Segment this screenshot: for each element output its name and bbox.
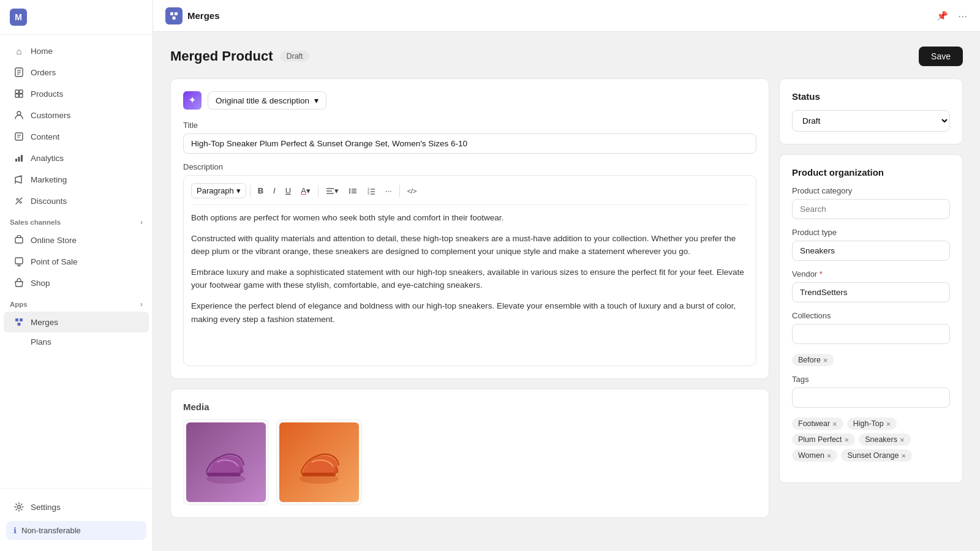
- sidebar-item-marketing[interactable]: Marketing: [4, 169, 149, 190]
- paragraph-label: Paragraph: [197, 186, 234, 195]
- shop-icon: [13, 277, 24, 288]
- side-column: Status Draft Active Product organization…: [779, 78, 963, 483]
- sidebar-item-orders[interactable]: Orders: [4, 62, 149, 83]
- vendor-input[interactable]: [792, 282, 950, 302]
- discounts-icon: [13, 195, 24, 206]
- app-logo-icon: [165, 7, 183, 24]
- align-button[interactable]: ▾: [322, 184, 342, 198]
- sidebar-item-merges[interactable]: Merges: [4, 312, 149, 332]
- product-org-title: Product organization: [792, 167, 950, 178]
- media-grid: [183, 419, 756, 505]
- sidebar: M ⌂ Home Orders Products Customers: [0, 0, 153, 551]
- svg-point-25: [18, 506, 21, 509]
- product-category-field: Product category: [792, 186, 950, 219]
- page-title: Merged Product: [170, 48, 273, 64]
- sidebar-item-pos[interactable]: Point of Sale: [4, 251, 149, 272]
- collections-tags: Before ×: [792, 349, 950, 366]
- sidebar-item-analytics[interactable]: Analytics: [4, 148, 149, 168]
- underline-button[interactable]: U: [282, 184, 295, 198]
- pin-icon[interactable]: 📌: [937, 10, 948, 21]
- ai-selector: Original title & description ▾: [183, 91, 756, 110]
- home-icon: ⌂: [13, 45, 24, 56]
- description-label: Description: [183, 162, 756, 171]
- tags-input[interactable]: [792, 388, 950, 408]
- product-category-input[interactable]: [792, 199, 950, 219]
- svg-rect-13: [18, 157, 20, 162]
- svg-rect-47: [302, 473, 336, 476]
- sidebar-item-online-store[interactable]: Online Store: [4, 230, 149, 250]
- tag-sneakers-remove-icon[interactable]: ×: [900, 436, 905, 444]
- sidebar-item-settings[interactable]: Settings: [4, 497, 149, 517]
- orders-icon: [13, 67, 24, 78]
- ordered-list-button[interactable]: 1.2.3.: [363, 184, 379, 198]
- sidebar-item-products[interactable]: Products: [4, 83, 149, 104]
- ai-dropdown[interactable]: Original title & description ▾: [208, 91, 326, 110]
- sidebar-item-home[interactable]: ⌂ Home: [4, 40, 149, 61]
- sidebar-item-discounts[interactable]: Discounts: [4, 190, 149, 211]
- text-color-chevron-icon: ▾: [306, 186, 311, 195]
- apps-expand-icon[interactable]: ›: [140, 300, 143, 309]
- collections-input[interactable]: [792, 324, 950, 344]
- toolbar-divider-1: [250, 185, 251, 197]
- vendor-label: Vendor *: [792, 269, 950, 279]
- product-type-input[interactable]: [792, 241, 950, 261]
- vendor-required-marker: *: [820, 269, 823, 279]
- media-label: Media: [183, 402, 756, 412]
- more-options-button[interactable]: ···: [382, 184, 396, 198]
- svg-rect-26: [170, 12, 173, 15]
- shoe-purple-image: [186, 422, 266, 502]
- product-details-card: Original title & description ▾ Title Des…: [170, 78, 769, 379]
- tag-footwear-remove-icon[interactable]: ×: [832, 420, 837, 428]
- text-color-button[interactable]: A ▾: [297, 184, 314, 198]
- code-button[interactable]: </>: [404, 185, 421, 197]
- bold-button[interactable]: B: [254, 184, 267, 198]
- merges-icon: [13, 317, 24, 328]
- italic-button[interactable]: I: [270, 184, 279, 198]
- sidebar-item-shop[interactable]: Shop: [4, 272, 149, 293]
- description-para-3: Embrace luxury and make a sophisticated …: [191, 266, 748, 292]
- more-options-icon[interactable]: ···: [958, 10, 968, 21]
- tag-sunset-orange: Sunset Orange ×: [841, 449, 912, 462]
- top-bar: Merges 📌 ···: [153, 0, 980, 32]
- ai-icon: [183, 91, 202, 110]
- svg-rect-45: [207, 473, 241, 476]
- tag-sneakers: Sneakers ×: [859, 433, 910, 446]
- svg-rect-12: [15, 159, 17, 162]
- save-button[interactable]: Save: [919, 47, 963, 66]
- page-header: Merged Product Draft Save: [170, 47, 963, 66]
- status-select[interactable]: Draft Active: [792, 110, 950, 132]
- sidebar-item-orders-label: Orders: [31, 68, 56, 77]
- svg-point-34: [349, 192, 350, 193]
- shoe-orange-image: [279, 422, 359, 502]
- tags-field: Tags Footwear × High-Top ×: [792, 375, 950, 462]
- paragraph-select[interactable]: Paragraph ▾: [191, 183, 246, 198]
- tag-women: Women ×: [792, 449, 837, 462]
- sidebar-item-customers[interactable]: Customers: [4, 105, 149, 126]
- marketing-icon: [13, 174, 24, 185]
- tag-plum-perfect-remove-icon[interactable]: ×: [845, 436, 850, 444]
- sidebar-item-analytics-label: Analytics: [31, 154, 64, 163]
- paragraph-chevron-icon: ▾: [236, 186, 241, 195]
- sidebar-item-plans[interactable]: Plans: [4, 333, 149, 351]
- bullet-list-button[interactable]: [345, 184, 361, 198]
- customers-icon: [13, 110, 24, 121]
- sidebar-item-content[interactable]: Content: [4, 126, 149, 147]
- toolbar-divider-2: [318, 185, 318, 197]
- tag-high-top-remove-icon[interactable]: ×: [886, 420, 891, 428]
- title-label: Title: [183, 121, 756, 130]
- sidebar-item-discounts-label: Discounts: [31, 197, 67, 206]
- svg-point-16: [17, 198, 18, 200]
- sidebar-logo[interactable]: M: [0, 0, 153, 35]
- svg-rect-6: [15, 94, 19, 98]
- svg-rect-28: [173, 17, 176, 20]
- title-input[interactable]: [183, 133, 756, 154]
- toolbar-divider-3: [399, 185, 400, 197]
- sales-channels-expand-icon[interactable]: ›: [140, 218, 143, 227]
- tag-women-remove-icon[interactable]: ×: [827, 452, 832, 460]
- pos-icon: [13, 256, 24, 267]
- sidebar-item-customers-label: Customers: [31, 111, 70, 120]
- collection-tag-remove-icon[interactable]: ×: [823, 356, 828, 364]
- collection-tag-before: Before ×: [792, 354, 834, 366]
- description-content[interactable]: Both options are perfect for women who s…: [191, 211, 748, 358]
- tag-sunset-orange-remove-icon[interactable]: ×: [902, 452, 907, 460]
